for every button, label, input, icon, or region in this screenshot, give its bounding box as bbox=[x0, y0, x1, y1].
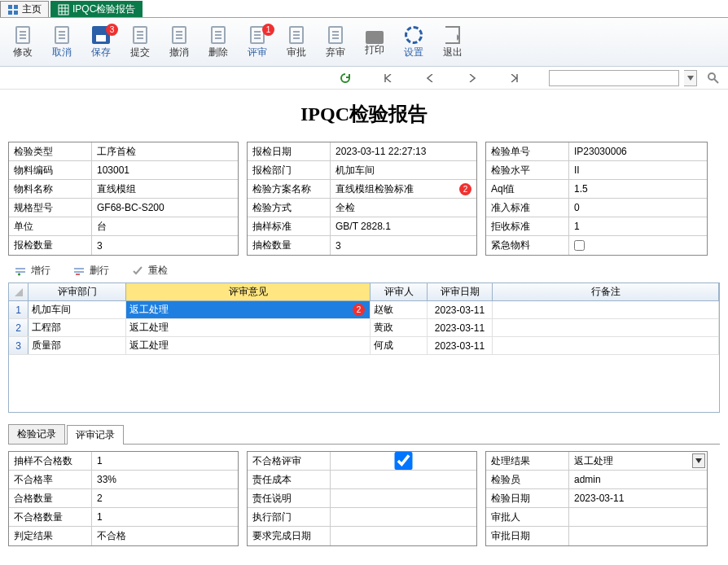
cell-dept[interactable]: 工程部 bbox=[29, 319, 126, 336]
field-row: 规格型号GF68-BC-S200 bbox=[9, 199, 238, 217]
field-row: 物料编码103001 bbox=[9, 161, 238, 180]
cell-opinion[interactable]: 返工处理2 bbox=[126, 301, 371, 318]
col-date[interactable]: 评审日期 bbox=[428, 283, 493, 300]
cell-remark[interactable] bbox=[493, 301, 719, 318]
delete-button[interactable]: 删除 bbox=[199, 20, 238, 65]
exit-button[interactable]: 退出 bbox=[433, 20, 472, 65]
cell-reviewer[interactable]: 何成 bbox=[371, 337, 428, 354]
field-row: 准入标准0 bbox=[486, 199, 707, 217]
nav-first-button[interactable] bbox=[379, 70, 396, 86]
field-row: 处理结果返工处理 bbox=[486, 452, 707, 471]
cell-remark[interactable] bbox=[493, 337, 719, 354]
cell-date[interactable]: 2023-03-11 bbox=[428, 301, 493, 318]
report-title: IPQC检验报告 bbox=[0, 90, 728, 142]
cell-dept[interactable]: 机加车间 bbox=[29, 301, 126, 318]
add-row-button[interactable]: 增行 bbox=[15, 264, 50, 278]
row-number[interactable]: 1 bbox=[9, 301, 29, 318]
cell-date[interactable]: 2023-03-11 bbox=[428, 337, 493, 354]
field-row: 报检数量3 bbox=[9, 236, 238, 255]
row-number[interactable]: 3 bbox=[9, 337, 29, 354]
field-label: 要求完成日期 bbox=[248, 527, 331, 545]
field-label: 检验水平 bbox=[486, 161, 569, 179]
nav-row bbox=[0, 67, 728, 90]
table-row[interactable]: 3质量部返工处理何成2023-03-11 bbox=[9, 337, 719, 355]
svg-rect-3 bbox=[14, 11, 18, 15]
cell-remark[interactable] bbox=[493, 319, 719, 336]
submit-button[interactable]: 提交 bbox=[121, 20, 160, 65]
table-row[interactable]: 2工程部返工处理黄政2023-03-11 bbox=[9, 319, 719, 337]
field-row: 检验方案名称直线模组检验标准2 bbox=[248, 180, 476, 199]
search-input[interactable] bbox=[549, 70, 679, 86]
tab-report-label: IPQC检验报告 bbox=[72, 2, 135, 16]
field-value bbox=[569, 236, 707, 255]
field-value: 2 bbox=[92, 489, 238, 507]
revoke-button[interactable]: 撤消 bbox=[160, 20, 199, 65]
cell-dept[interactable]: 质量部 bbox=[29, 337, 126, 354]
col-remark[interactable]: 行备注 bbox=[493, 283, 719, 300]
review-button[interactable]: 评审1 bbox=[238, 20, 277, 65]
search-button[interactable] bbox=[707, 72, 720, 85]
print-button[interactable]: 打印 bbox=[355, 20, 394, 65]
field-row: 物料名称直线模组 bbox=[9, 180, 238, 199]
refresh-button[interactable] bbox=[337, 70, 353, 86]
settings-button[interactable]: 设置 bbox=[394, 20, 433, 65]
field-row: 检验员admin bbox=[486, 471, 707, 489]
del-row-button[interactable]: 删行 bbox=[73, 264, 109, 278]
tab-inspection-record[interactable]: 检验记录 bbox=[8, 424, 65, 444]
col-dept[interactable]: 评审部门 bbox=[29, 283, 126, 300]
field-label: 检验方式 bbox=[248, 199, 331, 217]
approve-button[interactable]: 审批 bbox=[277, 20, 316, 65]
field-value bbox=[331, 508, 476, 526]
field-label: 责任成本 bbox=[248, 471, 331, 488]
field-value: 1 bbox=[92, 452, 238, 470]
field-value bbox=[331, 527, 476, 545]
field-label: 处理结果 bbox=[486, 452, 569, 470]
cancel-button[interactable]: 取消 bbox=[42, 20, 81, 65]
table-row[interactable]: 1机加车间返工处理2赵敏2023-03-11 bbox=[9, 301, 719, 319]
field-value bbox=[331, 489, 476, 507]
cell-reviewer[interactable]: 黄政 bbox=[371, 319, 428, 336]
abandon-button[interactable]: 弃审 bbox=[316, 20, 355, 65]
grid-corner[interactable] bbox=[9, 283, 29, 300]
cell-opinion[interactable]: 返工处理 bbox=[126, 319, 371, 336]
field-label: 执行部门 bbox=[248, 508, 331, 526]
result-stats-group: 抽样不合格数1不合格率33%合格数量2不合格数量1判定结果不合格 bbox=[8, 451, 239, 546]
search-dropdown-button[interactable] bbox=[684, 70, 697, 86]
field-value: 全检 bbox=[331, 199, 476, 217]
svg-rect-1 bbox=[14, 5, 18, 9]
field-label: 规格型号 bbox=[9, 199, 92, 217]
field-row: 不合格评审 bbox=[248, 452, 476, 471]
field-value bbox=[569, 527, 707, 545]
row-number[interactable]: 2 bbox=[9, 319, 29, 336]
nav-last-button[interactable] bbox=[507, 70, 523, 86]
field-label: 不合格率 bbox=[9, 471, 92, 488]
field-value: 不合格 bbox=[92, 527, 238, 545]
tab-home[interactable]: 主页 bbox=[0, 1, 49, 17]
nav-next-button[interactable] bbox=[464, 70, 480, 86]
col-opinion[interactable]: 评审意见 bbox=[126, 283, 371, 300]
cell-date[interactable]: 2023-03-11 bbox=[428, 319, 493, 336]
field-row: 责任成本 bbox=[248, 471, 476, 489]
field-value: 台 bbox=[92, 217, 238, 235]
save-button[interactable]: 保存3 bbox=[81, 20, 121, 65]
field-row: 检验类型工序首检 bbox=[9, 142, 238, 161]
checkbox[interactable] bbox=[574, 240, 585, 251]
approve-icon bbox=[289, 26, 304, 44]
recheck-button[interactable]: 重检 bbox=[132, 264, 168, 278]
nav-prev-button[interactable] bbox=[422, 70, 438, 86]
field-row: 报检日期2023-03-11 22:27:13 bbox=[248, 142, 476, 161]
cell-reviewer[interactable]: 赵敏 bbox=[371, 301, 428, 318]
tab-report[interactable]: IPQC检验报告 bbox=[50, 1, 143, 17]
checkbox[interactable] bbox=[335, 452, 471, 470]
delete-icon bbox=[211, 26, 226, 44]
field-label: 报检日期 bbox=[248, 142, 331, 160]
tab-review-record[interactable]: 评审记录 bbox=[67, 425, 124, 445]
tab-home-label: 主页 bbox=[22, 2, 42, 16]
modify-button[interactable]: 修改 bbox=[3, 20, 42, 65]
field-row: 抽检数量3 bbox=[248, 236, 476, 255]
submit-icon bbox=[133, 26, 147, 44]
cell-opinion[interactable]: 返工处理 bbox=[126, 337, 371, 354]
col-reviewer[interactable]: 评审人 bbox=[371, 283, 428, 300]
dropdown-button[interactable] bbox=[692, 453, 705, 468]
field-label: 合格数量 bbox=[9, 489, 92, 507]
